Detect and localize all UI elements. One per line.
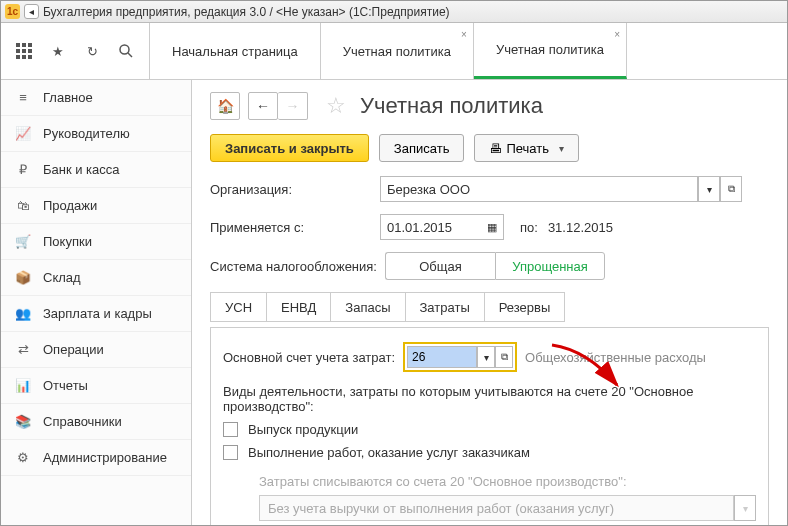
- sidebar-item-warehouse[interactable]: 📦Склад: [1, 260, 191, 296]
- open-icon[interactable]: ⧉: [495, 346, 513, 368]
- subtab-usn[interactable]: УСН: [211, 293, 267, 321]
- swap-icon: ⇄: [15, 342, 31, 357]
- costacct-highlight: ▾ ⧉: [403, 342, 517, 372]
- date-from-value: 01.01.2015: [387, 220, 452, 235]
- chk-works[interactable]: [223, 445, 238, 460]
- sidebar-item-label: Администрирование: [43, 450, 167, 465]
- costacct-input[interactable]: [407, 346, 477, 368]
- sidebar-item-main[interactable]: ≡Главное: [1, 80, 191, 116]
- tab-label: Учетная политика: [496, 42, 604, 57]
- apps-icon[interactable]: [15, 42, 33, 60]
- close-icon[interactable]: ×: [461, 29, 467, 40]
- apply-from-label: Применяется с:: [210, 220, 380, 235]
- menu-icon: ≡: [15, 90, 31, 105]
- tax-label: Система налогообложения:: [210, 259, 385, 274]
- writeoff-value: Без учета выручки от выполнения работ (о…: [259, 495, 734, 521]
- chart-icon: 📈: [15, 126, 31, 141]
- bars-icon: 📊: [15, 378, 31, 393]
- tab-label: Начальная страница: [172, 44, 298, 59]
- print-label: Печать: [506, 141, 549, 156]
- date-from-input[interactable]: 01.01.2015 ▦: [380, 214, 504, 240]
- sidebar-item-bank[interactable]: ₽Банк и касса: [1, 152, 191, 188]
- tax-general-button[interactable]: Общая: [385, 252, 495, 280]
- box-icon: 📦: [15, 270, 31, 285]
- books-icon: 📚: [15, 414, 31, 429]
- page-title: Учетная политика: [360, 93, 543, 119]
- activities-para: Виды деятельности, затраты по которым уч…: [223, 384, 756, 414]
- content-area: 🏠 ← → ☆ Учетная политика Записать и закр…: [192, 80, 787, 525]
- sidebar-item-label: Руководителю: [43, 126, 130, 141]
- sidebar-item-label: Склад: [43, 270, 81, 285]
- open-icon[interactable]: ⧉: [720, 176, 742, 202]
- subtab-reserves[interactable]: Резервы: [485, 293, 565, 321]
- sidebar-item-label: Банк и касса: [43, 162, 120, 177]
- tab-panel-costs: Основной счет учета затрат: ▾ ⧉ Общехозя…: [210, 327, 769, 525]
- forward-button[interactable]: →: [278, 92, 308, 120]
- main-tabs: Начальная страница Учетная политика × Уч…: [150, 23, 627, 79]
- chk-production[interactable]: [223, 422, 238, 437]
- search-icon[interactable]: [117, 42, 135, 60]
- subtab-stock[interactable]: Запасы: [331, 293, 405, 321]
- costacct-label: Основной счет учета затрат:: [223, 350, 395, 365]
- ruble-icon: ₽: [15, 162, 31, 177]
- tax-segment: Общая Упрощенная: [385, 252, 605, 280]
- sidebar-item-catalogs[interactable]: 📚Справочники: [1, 404, 191, 440]
- tab-policy-1[interactable]: Учетная политика ×: [321, 23, 474, 79]
- sidebar-item-sales[interactable]: 🛍Продажи: [1, 188, 191, 224]
- sidebar-item-label: Продажи: [43, 198, 97, 213]
- back-button[interactable]: ←: [248, 92, 278, 120]
- subtab-costs[interactable]: Затраты: [406, 293, 485, 321]
- sidebar-item-salary[interactable]: 👥Зарплата и кадры: [1, 296, 191, 332]
- dropdown-icon[interactable]: ▾: [477, 346, 495, 368]
- app-title: Бухгалтерия предприятия, редакция 3.0 / …: [43, 5, 450, 19]
- tab-policy-2[interactable]: Учетная политика ×: [474, 23, 627, 79]
- svg-point-0: [120, 45, 129, 54]
- toolbar-icons: ★ ↻: [1, 23, 150, 79]
- dropdown-icon: ▾: [734, 495, 756, 521]
- sidebar-item-purchases[interactable]: 🛒Покупки: [1, 224, 191, 260]
- org-label: Организация:: [210, 182, 380, 197]
- date-to-value: 31.12.2015: [548, 220, 613, 235]
- sidebar-item-label: Зарплата и кадры: [43, 306, 152, 321]
- app-icon: 1c: [5, 4, 20, 19]
- bag-icon: 🛍: [15, 198, 31, 213]
- dropdown-icon[interactable]: ▾: [698, 176, 720, 202]
- close-icon[interactable]: ×: [614, 29, 620, 40]
- sidebar-item-label: Справочники: [43, 414, 122, 429]
- sidebar-item-manager[interactable]: 📈Руководителю: [1, 116, 191, 152]
- people-icon: 👥: [15, 306, 31, 321]
- chk-works-label: Выполнение работ, оказание услуг заказчи…: [248, 445, 530, 460]
- org-value: Березка ООО: [387, 182, 470, 197]
- sidebar-item-reports[interactable]: 📊Отчеты: [1, 368, 191, 404]
- home-button[interactable]: 🏠: [210, 92, 240, 120]
- save-button[interactable]: Записать: [379, 134, 465, 162]
- gear-icon: ⚙: [15, 450, 31, 465]
- tax-simple-button[interactable]: Упрощенная: [495, 252, 605, 280]
- org-input[interactable]: Березка ООО: [380, 176, 698, 202]
- svg-line-1: [128, 53, 132, 57]
- costacct-desc: Общехозяйственные расходы: [525, 350, 706, 365]
- sidebar-item-label: Покупки: [43, 234, 92, 249]
- printer-icon: 🖶: [489, 141, 502, 156]
- print-button[interactable]: 🖶Печать: [474, 134, 579, 162]
- history-icon[interactable]: ↻: [83, 42, 101, 60]
- tab-home[interactable]: Начальная страница: [150, 23, 321, 79]
- to-label: по:: [520, 220, 538, 235]
- writeoff-para: Затраты списываются со счета 20 "Основно…: [259, 474, 756, 489]
- subtabs: УСН ЕНВД Запасы Затраты Резервы: [210, 292, 565, 322]
- star-icon[interactable]: ★: [49, 42, 67, 60]
- sidebar-item-admin[interactable]: ⚙Администрирование: [1, 440, 191, 476]
- sidebar: ≡Главное 📈Руководителю ₽Банк и касса 🛍Пр…: [1, 80, 192, 525]
- back-icon[interactable]: ◂: [24, 4, 39, 19]
- subtab-envd[interactable]: ЕНВД: [267, 293, 331, 321]
- calendar-icon[interactable]: ▦: [487, 221, 497, 234]
- sidebar-item-operations[interactable]: ⇄Операции: [1, 332, 191, 368]
- title-bar: 1c ◂ Бухгалтерия предприятия, редакция 3…: [1, 1, 787, 23]
- chk-production-label: Выпуск продукции: [248, 422, 358, 437]
- sidebar-item-label: Главное: [43, 90, 93, 105]
- main-toolbar: ★ ↻ Начальная страница Учетная политика …: [1, 23, 787, 80]
- favorite-icon[interactable]: ☆: [326, 93, 346, 119]
- writeoff-combo: Без учета выручки от выполнения работ (о…: [259, 495, 756, 521]
- sidebar-item-label: Операции: [43, 342, 104, 357]
- save-close-button[interactable]: Записать и закрыть: [210, 134, 369, 162]
